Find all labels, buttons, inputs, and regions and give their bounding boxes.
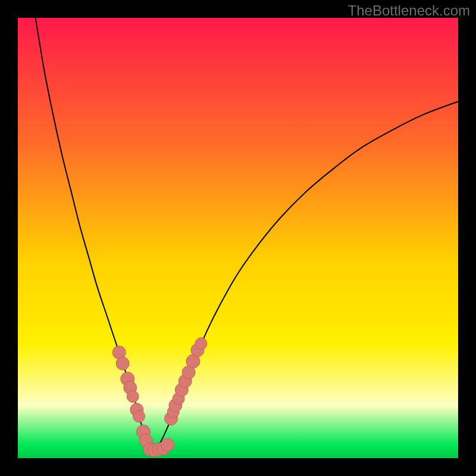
data-marker: [116, 357, 129, 370]
watermark-text: TheBottleneck.com: [348, 2, 470, 19]
data-marker: [161, 439, 174, 452]
plot-area: [18, 18, 458, 458]
data-marker: [127, 390, 139, 402]
gradient-background: [18, 18, 458, 458]
plot-svg: [18, 18, 458, 458]
data-marker: [133, 411, 145, 422]
chart-frame: TheBottleneck.com: [0, 0, 476, 476]
data-marker: [195, 338, 207, 350]
